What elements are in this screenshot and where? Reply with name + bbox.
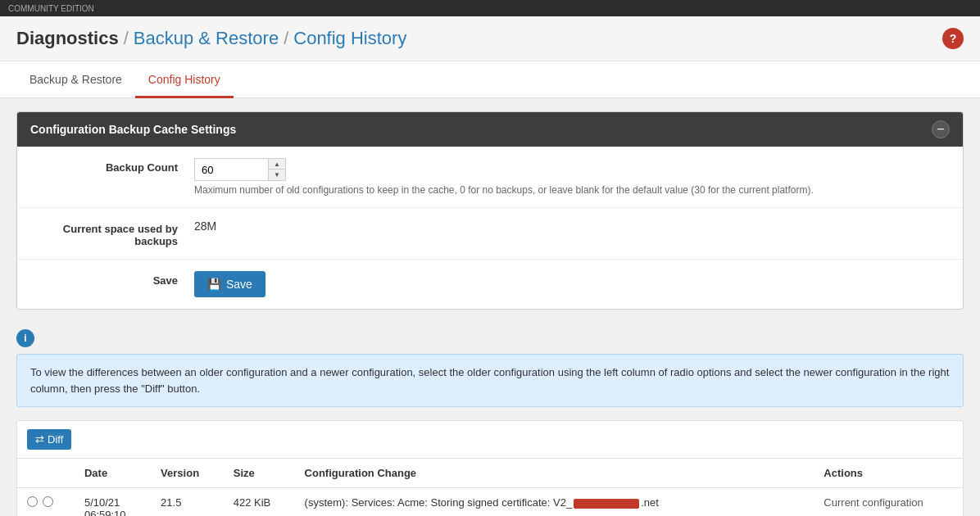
backup-count-input-wrap: ▲ ▼ <box>194 158 293 181</box>
table-row: 5/10/21 06:59:10 21.5 422 KiB (system): … <box>17 488 963 517</box>
col-actions: Actions <box>814 459 963 488</box>
top-bar: COMMUNITY EDITION <box>0 0 980 16</box>
col-config-change: Configuration Change <box>295 459 814 488</box>
date-value: 5/10/21 <box>84 496 141 509</box>
save-row: Save 💾 Save <box>17 260 963 309</box>
redacted-text <box>574 499 639 509</box>
config-change-suffix: .net <box>641 496 659 509</box>
collapse-button[interactable]: − <box>932 120 950 138</box>
space-used-value: 28M <box>194 220 216 233</box>
table-toolbar: ⇄ Diff <box>17 421 963 459</box>
breadcrumb-static: Diagnostics <box>16 28 119 49</box>
current-config-label: Current configuration <box>823 496 923 509</box>
main-content: Configuration Backup Cache Settings − Ba… <box>0 98 980 516</box>
diff-button-label: Diff <box>48 433 63 446</box>
section-title: Configuration Backup Cache Settings <box>30 123 236 136</box>
save-icon: 💾 <box>207 278 221 291</box>
section-header: Configuration Backup Cache Settings − <box>17 112 963 147</box>
info-icon: i <box>16 329 34 347</box>
save-button[interactable]: 💾 Save <box>194 271 265 297</box>
row1-actions: Current configuration <box>814 488 963 517</box>
row1-config-change: (system): Services: Acme: Storing signed… <box>295 488 814 517</box>
row1-date: 5/10/21 06:59:10 <box>75 488 151 517</box>
col-date: Date <box>75 459 151 488</box>
tab-config-history[interactable]: Config History <box>135 61 234 98</box>
spinner-up-button[interactable]: ▲ <box>269 159 285 170</box>
cache-settings-card: Configuration Backup Cache Settings − Ba… <box>16 111 964 310</box>
save-label: Save <box>30 271 194 287</box>
notice-text: To view the differences between an older… <box>30 366 949 395</box>
radio-new-1[interactable] <box>43 496 53 507</box>
config-history-table-section: ⇄ Diff Date Version Size Configuration C… <box>16 420 964 516</box>
breadcrumb-link-config-history[interactable]: Config History <box>293 28 406 49</box>
row1-size: 422 KiB <box>224 488 295 517</box>
backup-count-hint: Maximum number of old configurations to … <box>194 184 950 196</box>
spinner-down-button[interactable]: ▼ <box>269 170 285 180</box>
backup-count-label: Backup Count <box>30 158 194 174</box>
breadcrumb-link-backup-restore[interactable]: Backup & Restore <box>134 28 279 49</box>
tabs-bar: Backup & Restore Config History <box>0 61 980 98</box>
space-used-label: Current space used by backups <box>30 220 194 247</box>
col-radio <box>17 459 75 488</box>
save-button-label: Save <box>226 278 252 291</box>
tab-backup-restore[interactable]: Backup & Restore <box>16 61 135 98</box>
config-history-table: Date Version Size Configuration Change A… <box>17 459 963 516</box>
time-value: 06:59:10 <box>84 509 141 516</box>
info-box: i <box>16 323 964 354</box>
diff-icon: ⇄ <box>35 433 44 446</box>
col-version: Version <box>151 459 224 488</box>
spinners: ▲ ▼ <box>268 158 286 181</box>
breadcrumb: Diagnostics / Backup & Restore / Config … <box>0 16 980 61</box>
edition-label: COMMUNITY EDITION <box>8 4 94 13</box>
notice-box: To view the differences between an older… <box>16 354 964 407</box>
col-size: Size <box>224 459 295 488</box>
backup-count-control: ▲ ▼ Maximum number of old configurations… <box>194 158 950 196</box>
space-used-value-wrap: 28M <box>194 220 950 233</box>
row1-radios <box>17 488 75 517</box>
radio-wrap <box>27 496 65 507</box>
save-control: 💾 Save <box>194 271 950 297</box>
space-used-row: Current space used by backups 28M <box>17 208 963 260</box>
config-change-text: (system): Services: Acme: Storing signed… <box>305 496 573 509</box>
help-icon[interactable]: ? <box>942 28 964 49</box>
radio-old-1[interactable] <box>27 496 38 507</box>
backup-count-input[interactable] <box>194 158 268 181</box>
diff-button[interactable]: ⇄ Diff <box>27 429 71 450</box>
table-header-row: Date Version Size Configuration Change A… <box>17 459 963 488</box>
row1-version: 21.5 <box>151 488 224 517</box>
backup-count-row: Backup Count ▲ ▼ Maximum number of old c… <box>17 147 963 208</box>
breadcrumb-sep2: / <box>284 28 288 49</box>
breadcrumb-sep1: / <box>124 28 129 49</box>
